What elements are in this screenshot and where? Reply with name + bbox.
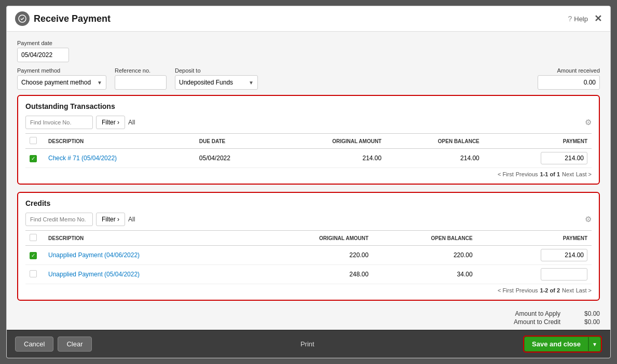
print-link[interactable]: Print [300,340,314,348]
credits-section: Credits Filter › All ⚙ DE [17,192,600,301]
credits-row-1-desc: Unapplied Payment (04/06/2022) [44,246,252,265]
outstanding-row-1-payment[interactable] [484,149,592,168]
footer-left: Cancel Clear [15,337,92,352]
credits-select-all-checkbox[interactable] [30,234,37,241]
outstanding-transactions-title: Outstanding Transactions [25,102,592,110]
credits-page-info: 1-2 of 2 [540,287,560,293]
credits-row-1-link[interactable]: Unapplied Payment (04/06/2022) [48,251,140,259]
credits-last[interactable]: Last > [576,287,592,293]
outstanding-gear-icon[interactable]: ⚙ [585,118,592,127]
outstanding-search-input[interactable] [25,116,93,129]
credits-table: DESCRIPTION ORIGINAL AMOUNT OPEN BALANCE… [25,230,592,284]
payment-method-group: Payment method Choose payment method ▼ [17,67,106,90]
amount-received-group: Amount received [538,67,600,90]
outstanding-orig-header: ORIGINAL AMOUNT [272,134,386,149]
outstanding-row-1-checkbox[interactable] [30,155,37,162]
help-label: Help [574,15,588,23]
help-circle-icon: ? [568,15,572,23]
outstanding-row-1-orig: 214.00 [272,149,386,168]
credits-filter-label: Filter › [102,216,119,223]
outstanding-next[interactable]: Next [562,171,574,177]
outstanding-first[interactable]: < First [498,171,514,177]
totals-section: Amount to Apply $0.00 Amount to Credit $… [17,308,600,328]
outstanding-previous[interactable]: Previous [516,171,538,177]
payment-date-input[interactable] [17,48,69,62]
credits-orig-header: ORIGINAL AMOUNT [252,231,373,246]
amount-to-apply-line: Amount to Apply $0.00 [515,310,600,317]
outstanding-row-1-payment-input[interactable] [541,152,587,164]
credits-search-input[interactable] [25,213,93,226]
reference-label: Reference no. [115,67,167,74]
amount-to-apply-label: Amount to Apply [515,310,560,317]
credits-row-2-link[interactable]: Unapplied Payment (05/04/2022) [48,271,140,278]
deposit-wrapper: Undeposited Funds ▼ [175,75,258,90]
credits-balance-header: OPEN BALANCE [373,231,477,246]
save-close-dropdown-button[interactable]: ▾ [588,337,601,352]
credits-row-2-payment-input[interactable] [541,268,587,281]
save-dropdown-arrow-icon: ▾ [593,341,596,348]
credits-row-2-balance: 34.00 [373,265,477,284]
clear-button[interactable]: Clear [58,337,91,352]
payment-method-select[interactable]: Choose payment method [17,75,106,90]
modal-footer: Cancel Clear Print Save and close ▾ [7,330,610,358]
outstanding-table: DESCRIPTION DUE DATE ORIGINAL AMOUNT OPE… [25,133,592,168]
modal-title: Receive Payment [34,13,111,24]
outstanding-search-row: Filter › All ⚙ [25,116,592,129]
outstanding-row-1-link[interactable]: Check # 71 (05/04/2022) [48,155,117,162]
close-button[interactable]: ✕ [594,14,602,23]
form-second-row: Payment method Choose payment method ▼ R… [17,67,600,90]
credits-row-2-check[interactable] [25,265,44,284]
outstanding-filter-label: Filter › [102,119,119,126]
credits-row-2-checkbox[interactable] [30,270,37,277]
credits-row-2-payment[interactable] [477,265,592,284]
credits-pagination: < First Previous 1-2 of 2 Next Last > [25,284,592,293]
credits-first[interactable]: < First [498,287,514,293]
reference-input[interactable] [115,75,167,90]
amount-to-credit-line: Amount to Credit $0.00 [514,318,600,326]
credits-next[interactable]: Next [562,287,574,293]
credits-search-row: Filter › All ⚙ [25,213,592,226]
outstanding-page-info: 1-1 of 1 [540,171,560,177]
outstanding-row-1-balance: 214.00 [386,149,484,168]
header-right: ? Help ✕ [568,14,602,23]
receive-payment-icon [15,11,30,26]
outstanding-last[interactable]: Last > [576,171,592,177]
payment-method-label: Payment method [17,67,106,74]
payment-date-group: Payment date [17,40,69,62]
credits-row-1-checkbox[interactable] [30,252,37,259]
credits-row-1-payment-input[interactable] [541,249,587,261]
header-left: Receive Payment [15,11,111,26]
deposit-group: Deposit to Undeposited Funds ▼ [175,67,258,90]
outstanding-all-link[interactable]: All [128,119,135,126]
credits-gear-icon[interactable]: ⚙ [585,215,592,224]
credits-all-link[interactable]: All [128,216,135,223]
help-button[interactable]: ? Help [568,15,588,23]
amount-received-label: Amount received [538,67,600,74]
table-row: Check # 71 (05/04/2022) 05/04/2022 214.0… [25,149,592,168]
credits-row-1-check[interactable] [25,246,44,265]
amount-to-credit-label: Amount to Credit [514,318,560,326]
save-and-close-button[interactable]: Save and close [524,337,588,352]
table-row: Unapplied Payment (05/04/2022) 248.00 34… [25,265,592,284]
outstanding-filter-button[interactable]: Filter › [96,116,125,129]
amount-received-input[interactable] [538,75,600,90]
form-top-row: Payment date [17,40,600,62]
credits-row-1-payment[interactable] [477,246,592,265]
credits-table-header: DESCRIPTION ORIGINAL AMOUNT OPEN BALANCE… [25,231,592,246]
outstanding-row-1-check[interactable] [25,149,44,168]
credits-previous[interactable]: Previous [516,287,538,293]
reference-group: Reference no. [115,67,167,90]
outstanding-pagination: < First Previous 1-1 of 1 Next Last > [25,168,592,177]
amount-to-credit-value: $0.00 [569,318,600,326]
payment-date-label: Payment date [17,40,69,46]
outstanding-filter-left: Filter › All [25,116,135,129]
outstanding-table-header: DESCRIPTION DUE DATE ORIGINAL AMOUNT OPE… [25,134,592,149]
deposit-select[interactable]: Undeposited Funds [175,75,258,90]
outstanding-due-header: DUE DATE [195,134,272,149]
cancel-button[interactable]: Cancel [15,337,53,352]
outstanding-select-all-checkbox[interactable] [30,137,37,144]
deposit-label: Deposit to [175,67,258,74]
outstanding-payment-header: PAYMENT [484,134,592,149]
outstanding-check-header [25,134,44,149]
credits-filter-button[interactable]: Filter › [96,213,125,226]
